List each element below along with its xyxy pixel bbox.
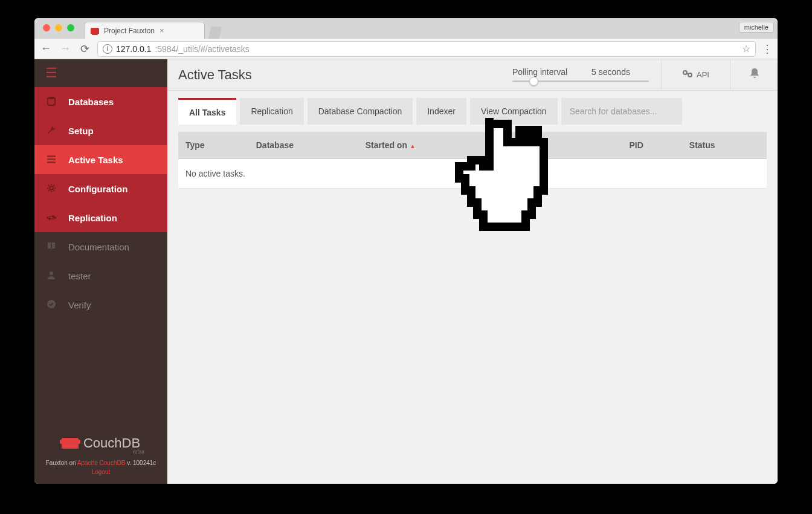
col-type[interactable]: Type [178,132,249,159]
reload-button[interactable]: ⟳ [78,42,91,56]
svg-rect-1 [47,155,56,157]
bookmark-star-icon[interactable]: ☆ [742,43,750,54]
tasks-table-wrap: Type Database Started on▲ Updated on PID… [167,125,778,196]
sort-asc-icon: ▲ [410,143,416,149]
polling-interval-group: Polling interval 5 seconds [512,67,649,82]
window-controls [39,18,78,31]
sidebar-item-label: Verify [68,300,91,310]
footer-version: Fauxton on Apache CouchDB v. 100241c [39,460,163,466]
separator [661,59,662,91]
browser-toolbar: ← → ⟳ i 127.0.0.1:5984/_utils/#/activeta… [34,39,778,59]
sidebar-item-label: Replication [68,213,117,223]
wrench-icon [45,125,57,137]
sidebar-header: ☰ [34,59,167,87]
sidebar-item-label: tester [68,271,91,281]
table-header-row: Type Database Started on▲ Updated on PID… [178,132,767,159]
col-status[interactable]: Status [682,132,767,159]
api-button[interactable]: API [674,70,718,80]
search-databases-input[interactable] [561,98,682,125]
sidebar-item-label: Active Tasks [68,155,123,165]
address-bar[interactable]: i 127.0.0.1:5984/_utils/#/activetasks ☆ [97,41,756,57]
couchdb-favicon-icon [91,28,99,34]
app-root: ☰ Databases Setup Active Tasks [34,59,778,484]
main-content: Active Tasks Polling interval 5 seconds [167,59,778,484]
sidebar-item-label: Databases [68,97,114,107]
svg-rect-2 [47,158,56,160]
footer-prefix: Fauxton on [46,460,77,466]
couch-icon [62,438,79,449]
book-icon [45,241,57,253]
svg-point-5 [47,216,49,219]
col-pid[interactable]: PID [622,132,682,159]
empty-message: No active tasks. [178,159,767,189]
svg-rect-3 [47,161,56,163]
tab-title: Project Fauxton [104,27,155,35]
site-info-icon[interactable]: i [103,44,112,54]
col-label: Updated on [501,140,548,150]
sidebar-item-documentation[interactable]: Documentation [34,232,167,261]
sidebar-item-label: Documentation [68,242,129,252]
user-icon [45,270,57,282]
maximize-window-button[interactable] [67,24,74,31]
polling-slider[interactable] [512,80,649,82]
tab-database-compaction[interactable]: Database Compaction [308,98,413,125]
database-icon [45,96,57,108]
close-window-button[interactable] [43,24,50,31]
close-tab-icon[interactable]: × [160,26,164,35]
browser-menu-button[interactable]: ⋮ [762,42,773,56]
col-started-on[interactable]: Started on▲ [358,132,494,159]
col-label: Started on [366,140,407,150]
sidebar-item-verify[interactable]: Verify [34,290,167,319]
browser-tabbar: Project Fauxton × michelle [34,18,778,39]
url-host: 127.0.0.1 [116,44,151,54]
tab-indexer[interactable]: Indexer [416,98,466,125]
new-tab-button[interactable] [208,27,222,39]
sidebar-item-label: Setup [68,126,94,136]
hamburger-icon[interactable]: ☰ [45,65,57,81]
col-label: PID [629,140,643,150]
polling-label: Polling interval [512,67,567,77]
col-label: Database [256,140,294,150]
slider-thumb[interactable] [529,77,538,86]
topbar: Active Tasks Polling interval 5 seconds [167,59,778,91]
tasks-icon [45,154,57,166]
notifications-button[interactable] [743,67,767,82]
svg-point-0 [48,96,55,99]
svg-point-4 [50,186,53,190]
sidebar-item-user[interactable]: tester [34,261,167,290]
api-label: API [697,70,709,79]
sidebar-item-active-tasks[interactable]: Active Tasks [34,145,167,174]
sidebar-item-configuration[interactable]: Configuration [34,174,167,203]
back-button[interactable]: ← [39,42,53,55]
footer-suffix: v. 100241c [125,460,156,466]
tab-replication[interactable]: Replication [240,98,303,125]
tab-all-tasks[interactable]: All Tasks [178,98,236,125]
browser-tab[interactable]: Project Fauxton × [84,22,205,39]
col-label: Type [185,140,205,150]
sidebar-item-label: Configuration [68,184,127,194]
polling-value: 5 seconds [591,67,630,77]
svg-point-7 [50,272,53,275]
sidebar-footer: CouchDB relax Fauxton on Apache CouchDB … [34,427,167,484]
tab-view-compaction[interactable]: View Compaction [470,98,558,125]
footer-link[interactable]: Apache CouchDB [77,460,126,466]
minimize-window-button[interactable] [55,24,62,31]
forward-button[interactable]: → [59,42,72,55]
brand-name: CouchDB [83,435,140,451]
sidebar-item-replication[interactable]: Replication [34,203,167,232]
logout-link[interactable]: Logout [39,469,163,475]
svg-point-6 [54,216,56,219]
separator [730,59,730,91]
url-path: :5984/_utils/#/activetasks [155,44,249,54]
table-empty-row: No active tasks. [178,159,767,189]
check-icon [45,299,57,311]
sidebar-item-setup[interactable]: Setup [34,116,167,145]
col-updated-on[interactable]: Updated on [494,132,622,159]
sidebar-item-databases[interactable]: Databases [34,87,167,116]
browser-window: Project Fauxton × michelle ← → ⟳ i 127.0… [34,18,778,484]
filter-tabs: All Tasks Replication Database Compactio… [167,91,778,125]
col-label: Status [689,140,715,150]
col-database[interactable]: Database [249,132,358,159]
profile-badge[interactable]: michelle [739,22,774,33]
link-icon [682,70,693,80]
